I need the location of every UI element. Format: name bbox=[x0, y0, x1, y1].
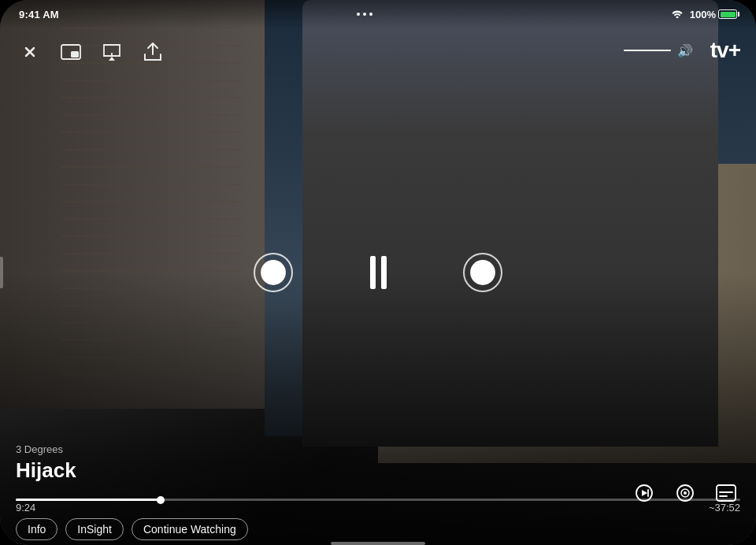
battery-fill bbox=[721, 12, 736, 17]
info-button[interactable]: Info bbox=[16, 518, 57, 540]
skip-back-label: 10 bbox=[269, 277, 277, 285]
airplay-button[interactable] bbox=[98, 38, 126, 66]
pause-icon bbox=[370, 256, 387, 289]
autoplay-button[interactable] bbox=[630, 479, 658, 507]
subtitles-button[interactable] bbox=[712, 479, 740, 507]
audio-button[interactable] bbox=[671, 479, 699, 507]
status-right: 100% bbox=[671, 9, 737, 20]
pause-bar-right bbox=[381, 256, 387, 289]
top-right-controls: 🔊 tv+ bbox=[624, 38, 740, 63]
pause-button[interactable] bbox=[356, 250, 400, 295]
dot-2 bbox=[363, 13, 366, 16]
battery-percentage: 100% bbox=[690, 9, 716, 20]
status-bar: 9:41 AM 100% bbox=[0, 0, 756, 28]
top-controls: 🔊 tv+ bbox=[0, 32, 756, 72]
svg-rect-1 bbox=[71, 51, 79, 57]
status-time: 9:41 AM bbox=[19, 9, 59, 20]
skip-back-button[interactable]: 10 bbox=[254, 253, 293, 292]
center-controls: 10 10 bbox=[254, 250, 502, 295]
home-indicator bbox=[331, 542, 425, 545]
wifi-icon bbox=[671, 9, 684, 20]
window-dots bbox=[357, 13, 372, 16]
svg-point-7 bbox=[684, 491, 687, 495]
battery-icon bbox=[718, 9, 737, 19]
insight-button[interactable]: InSight bbox=[65, 518, 124, 540]
dot-3 bbox=[369, 13, 372, 16]
series-name: 3 Degrees bbox=[16, 443, 63, 455]
time-current: 9:24 bbox=[16, 502, 35, 513]
skip-forward-button[interactable]: 10 bbox=[463, 253, 502, 292]
volume-icon: 🔊 bbox=[677, 43, 693, 58]
device-frame: 9:41 AM 100% bbox=[0, 0, 756, 545]
dot-1 bbox=[357, 13, 360, 16]
progress-bar-fill bbox=[16, 499, 161, 501]
svg-rect-8 bbox=[717, 485, 736, 501]
volume-bar bbox=[624, 50, 671, 51]
pip-button[interactable] bbox=[57, 38, 85, 66]
battery-indicator: 100% bbox=[690, 9, 737, 20]
bottom-info: 3 Degrees Hijack bbox=[0, 442, 756, 482]
bottom-buttons: Info InSight Continue Watching bbox=[16, 518, 756, 540]
close-button[interactable] bbox=[16, 38, 44, 66]
sidebar-handle bbox=[0, 257, 3, 288]
pause-bar-left bbox=[370, 256, 376, 289]
right-side-controls bbox=[630, 479, 740, 507]
skip-forward-label: 10 bbox=[479, 277, 487, 285]
share-button[interactable] bbox=[139, 38, 167, 66]
volume-control[interactable]: 🔊 bbox=[624, 43, 693, 58]
top-left-controls bbox=[16, 38, 167, 66]
continue-watching-button[interactable]: Continue Watching bbox=[132, 518, 248, 540]
show-meta: 3 Degrees bbox=[16, 442, 740, 456]
tv-plus-label: tv+ bbox=[710, 38, 740, 63]
apple-tv-logo: tv+ bbox=[709, 38, 740, 63]
